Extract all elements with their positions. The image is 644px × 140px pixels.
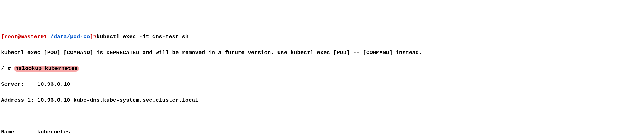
prompt-bracket-close: ] xyxy=(90,34,93,40)
command-kubectl-exec[interactable]: kubectl exec -it dns-test sh xyxy=(97,34,189,40)
nslookup-kubernetes-command[interactable]: nslookup kubernetes xyxy=(14,66,79,72)
prompt-path: /data/pod-co xyxy=(50,34,90,40)
prompt-bracket-open: [ xyxy=(1,34,4,40)
output-server-1: Server: 10.96.0.10 xyxy=(1,80,643,88)
prompt-space xyxy=(47,34,50,40)
prompt-hash: # xyxy=(93,34,97,40)
blank-line-1 xyxy=(1,112,643,120)
prompt-user-host: root@master01 xyxy=(4,34,47,40)
deprecation-warning: kubectl exec [POD] [COMMAND] is DEPRECAT… xyxy=(1,49,643,57)
shell-line-1: / # nslookup kubernetes xyxy=(1,65,643,73)
output-name-1: Name: kubernetes xyxy=(1,128,643,136)
terminal-line-prompt: [root@master01 /data/pod-co]#kubectl exe… xyxy=(1,33,643,41)
output-address-1a: Address 1: 10.96.0.10 kube-dns.kube-syst… xyxy=(1,96,643,104)
shell-prompt-1: / # xyxy=(1,66,14,72)
